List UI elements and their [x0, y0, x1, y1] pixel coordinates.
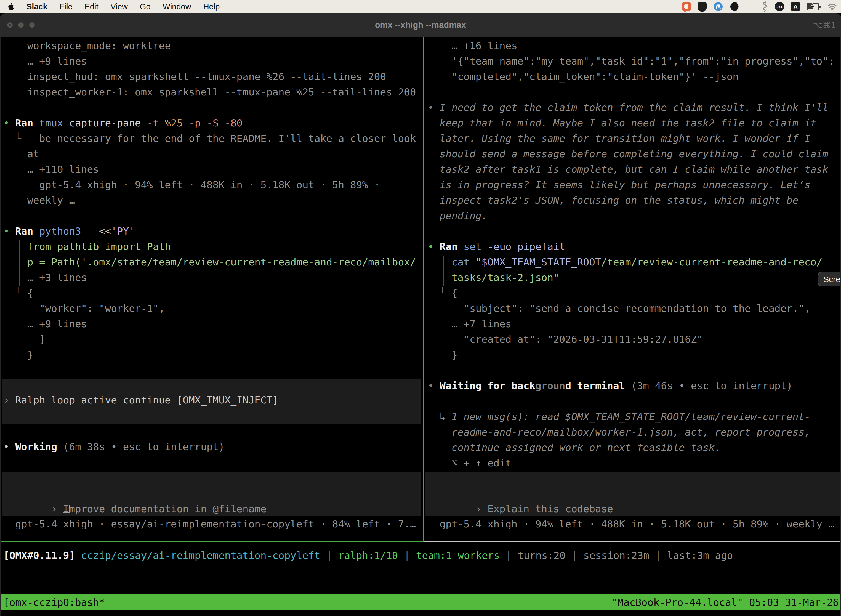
screen-tooltip: Scre	[818, 272, 841, 286]
terminal-line: }	[3, 347, 423, 363]
terminal-line: … +16 lines	[428, 38, 841, 54]
terminal-line: • Ran tmux capture-pane -t %25 -p -S -80	[3, 115, 423, 131]
pane-right-output: … +16 lines '{"team_name":"my-team","tas…	[428, 38, 841, 471]
terminal-line: weekly …	[3, 193, 423, 208]
terminal-line: • Ran set -euo pipefail	[428, 239, 841, 254]
terminal-line	[3, 100, 423, 115]
terminal-line: cat "$OMX_TEAM_STATE_ROOT/team/review-cu…	[428, 254, 841, 270]
terminal-line: continue assigned work or next feasible …	[428, 440, 841, 455]
menu-left: SlackFileEditViewGoWindowHelp	[0, 2, 220, 11]
window-shortcut: ⌥⌘1	[813, 13, 836, 37]
terminal-line: task2 after task1 is complete, but can I…	[428, 162, 841, 177]
terminal-line: ]	[3, 332, 423, 347]
terminal-line: readme-and-reco/mailbox/worker-1.json, a…	[428, 424, 841, 440]
macos-menu-bar: SlackFileEditViewGoWindowHelp	[0, 0, 841, 13]
window-title: omx --xhigh --madmax	[0, 13, 841, 37]
menu-items: SlackFileEditViewGoWindowHelp	[26, 2, 220, 11]
terminal-line: • Ran python3 - <<'PY'	[3, 224, 423, 239]
chat-app-icon[interactable]	[682, 2, 691, 11]
terminal-line: inspect_worker-1: omx sparkshell --tmux-…	[3, 84, 423, 100]
terminal-line: … +110 lines	[3, 162, 423, 177]
pane-right: … +16 lines '{"team_name":"my-team","tas…	[425, 37, 841, 542]
apple-menu-icon[interactable]	[8, 3, 14, 10]
terminal-line: … +7 lines	[428, 316, 841, 332]
terminal-line	[428, 224, 841, 239]
tmux-session-label: [omx-cczip0:bash*	[3, 597, 105, 608]
terminal-line	[3, 208, 423, 224]
terminal-line: • I need to get the claim token from the…	[428, 100, 841, 115]
window-titlebar: omx --xhigh --madmax ⌥⌘1	[0, 13, 841, 37]
terminal-line: ⌥ + ↑ edit	[428, 455, 841, 471]
battery-charging-icon[interactable]	[807, 3, 820, 10]
terminal-line: └ be necessary for the end of the README…	[3, 131, 423, 146]
terminal-line: from pathlib import Path	[3, 239, 423, 254]
wifi-icon[interactable]	[827, 3, 837, 10]
terminal-line: keep that in mind. Maybe I also need the…	[428, 115, 841, 131]
battery-percent-badge[interactable]: ..61	[775, 2, 784, 11]
prompt-input-left[interactable]: › Improve documentation in @filename	[3, 486, 267, 501]
working-status: • Working (6m 38s • esc to interrupt)	[3, 439, 224, 455]
terminal-line: at	[3, 146, 423, 162]
prompt-input-right[interactable]: › Explain this codebase	[428, 486, 613, 501]
terminal-line: "completed","claim_token":"claim-token"}…	[428, 69, 841, 84]
terminal-line: tasks/task-2.json"	[428, 270, 841, 285]
command-output-connector	[19, 240, 20, 286]
terminal-line: └ {	[3, 285, 423, 301]
pane-left-output: workspace_mode: worktree … +9 lines insp…	[3, 38, 423, 363]
menu-item-file[interactable]: File	[60, 2, 73, 11]
terminal-line: … +9 lines	[3, 316, 423, 332]
terminal-line: should send a message before completing …	[428, 146, 841, 162]
tmux-status-bar: [omx-cczip0:bash* "MacBook-Pro-44.local"…	[0, 594, 841, 610]
prompt-chevron: ›	[475, 503, 487, 515]
command-output-connector	[443, 255, 444, 286]
terminal-line: • Waiting for background terminal (3m 46…	[428, 378, 841, 393]
terminal-line: ↳ 1 new msg(s): read $OMX_TEAM_STATE_ROO…	[428, 409, 841, 424]
omx-status-line: [OMX#0.11.9] cczip/essay/ai-reimplementa…	[3, 548, 733, 563]
terminal-line: is in progress? It seems likely but perh…	[428, 177, 841, 193]
inject-banner-text: › Ralph loop active continue [OMX_TMUX_I…	[3, 392, 278, 408]
terminal-line	[428, 363, 841, 378]
terminal-line: gpt-5.4 xhigh · 94% left · 488K in · 5.1…	[3, 177, 423, 193]
prompt-placeholder: Explain this codebase	[488, 503, 613, 515]
moon-circle-icon[interactable]	[730, 1, 740, 12]
terminal-content: workspace_mode: worktree … +9 lines insp…	[0, 37, 841, 616]
terminal-line: workspace_mode: worktree	[3, 38, 423, 54]
menu-item-edit[interactable]: Edit	[85, 2, 98, 11]
menu-item-view[interactable]: View	[111, 2, 128, 11]
menu-status-icons: ..61 A	[682, 1, 841, 12]
terminal-line: inspect_hud: omx sparkshell --tmux-pane …	[3, 69, 423, 84]
terminal-line: "created_at": "2026-03-31T11:59:27.816Z"	[428, 332, 841, 347]
menu-item-help[interactable]: Help	[203, 2, 220, 11]
pane-left: workspace_mode: worktree … +9 lines insp…	[1, 37, 423, 542]
terminal-line: pending.	[428, 208, 841, 224]
shield-grid-icon[interactable]	[698, 1, 707, 12]
menu-item-slack[interactable]: Slack	[26, 2, 47, 11]
terminal-line	[428, 84, 841, 100]
terminal-line: later. Using the same for transition mig…	[428, 131, 841, 146]
blue-badge-icon[interactable]	[713, 1, 723, 12]
pane-left-statusline: gpt-5.4 xhigh · essay/ai-reimplementatio…	[3, 516, 416, 532]
tmux-host-clock: "MacBook-Pro-44.local" 05:03 31-Mar-26	[611, 597, 839, 608]
terminal-line: '{"team_name":"my-team","task_id":"1","f…	[428, 54, 841, 69]
terminal-line: "subject": "send a concise recommendatio…	[428, 301, 841, 316]
menu-item-window[interactable]: Window	[163, 2, 191, 11]
prompt-placeholder: mprove documentation in @filename	[69, 503, 266, 515]
terminal-line: }	[428, 347, 841, 363]
input-source-icon[interactable]: A	[791, 2, 800, 11]
pane-right-statusline: gpt-5.4 xhigh · 94% left · 488K in · 5.1…	[428, 516, 834, 532]
terminal-line	[428, 393, 841, 409]
text-cursor: I	[63, 503, 69, 515]
menu-item-go[interactable]: Go	[140, 2, 151, 11]
terminal-line: └ {	[428, 285, 841, 301]
terminal-line: p = Path('.omx/state/team/review-current…	[3, 254, 423, 270]
terminal-line: … +9 lines	[3, 54, 423, 69]
prompt-chevron: ›	[51, 503, 63, 515]
pane-divider[interactable]	[423, 37, 424, 542]
terminal-window: omx --xhigh --madmax ⌥⌘1 workspace_mode:…	[0, 13, 841, 616]
pane-left-border	[0, 541, 423, 542]
terminal-line: "worker": "worker-1",	[3, 301, 423, 316]
squiggle-icon[interactable]	[761, 1, 768, 12]
terminal-line: … +3 lines	[3, 270, 423, 285]
dots-grid-icon[interactable]	[746, 3, 755, 11]
terminal-line: inspect task2's JSON, focusing on the st…	[428, 193, 841, 208]
